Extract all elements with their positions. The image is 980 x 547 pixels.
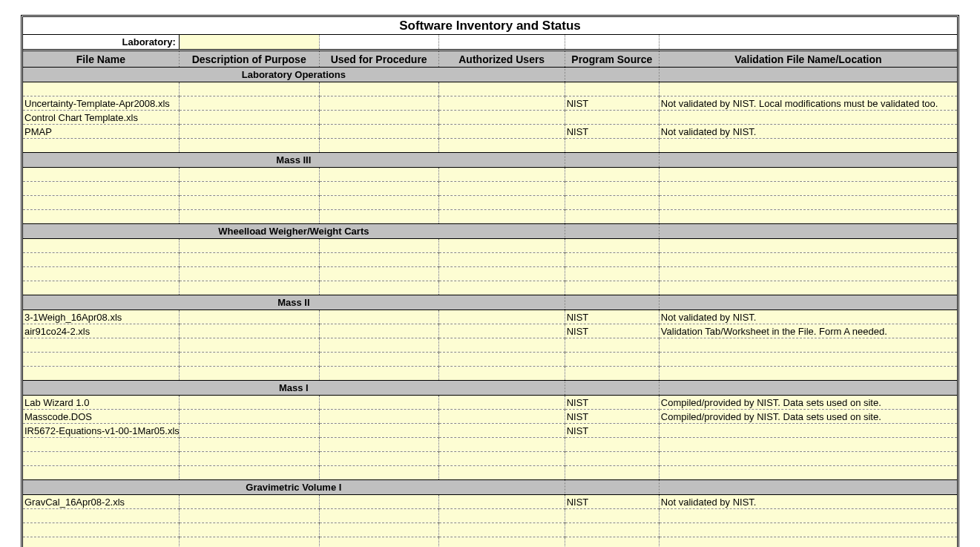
cell-source[interactable] [565, 338, 659, 353]
cell-procedure[interactable] [319, 396, 438, 410]
cell-description[interactable] [179, 367, 319, 381]
cell-procedure[interactable] [319, 324, 438, 338]
cell-validation[interactable]: Validation Tab/Worksheet in the File. Fo… [659, 324, 957, 338]
cell-users[interactable] [438, 452, 565, 466]
cell-description[interactable] [179, 182, 319, 196]
cell-validation[interactable] [659, 452, 957, 466]
cell-description[interactable] [179, 139, 319, 153]
cell-source[interactable]: NIST [565, 396, 659, 410]
cell-users[interactable] [438, 495, 565, 509]
cell-users[interactable] [438, 253, 565, 267]
cell-validation[interactable]: Not validated by NIST. [659, 125, 957, 139]
cell-file-name[interactable] [23, 82, 179, 96]
cell-file-name[interactable] [23, 338, 179, 353]
cell-validation[interactable] [659, 253, 957, 267]
cell-file-name[interactable] [23, 182, 179, 196]
cell-procedure[interactable] [319, 267, 438, 281]
cell-users[interactable] [438, 125, 565, 139]
cell-source[interactable] [565, 210, 659, 224]
cell-validation[interactable] [659, 509, 957, 523]
cell-validation[interactable] [659, 367, 957, 381]
cell-procedure[interactable] [319, 111, 438, 125]
cell-description[interactable] [179, 324, 319, 338]
cell-source[interactable] [565, 452, 659, 466]
cell-users[interactable] [438, 396, 565, 410]
cell-file-name[interactable] [23, 367, 179, 381]
cell-procedure[interactable] [319, 367, 438, 381]
cell-users[interactable] [438, 367, 565, 381]
cell-users[interactable] [438, 82, 565, 96]
cell-source[interactable] [565, 182, 659, 196]
cell-file-name[interactable]: Lab Wizard 1.0 [23, 396, 179, 410]
cell-source[interactable] [565, 281, 659, 295]
cell-source[interactable] [565, 367, 659, 381]
cell-procedure[interactable] [319, 168, 438, 182]
cell-file-name[interactable] [23, 239, 179, 253]
cell-procedure[interactable] [319, 281, 438, 295]
cell-validation[interactable] [659, 168, 957, 182]
cell-file-name[interactable]: Masscode.DOS [23, 410, 179, 424]
cell-users[interactable] [438, 96, 565, 111]
cell-procedure[interactable] [319, 438, 438, 452]
cell-users[interactable] [438, 168, 565, 182]
cell-procedure[interactable] [319, 96, 438, 111]
cell-file-name[interactable] [23, 537, 179, 548]
cell-validation[interactable]: Compiled/provided by NIST. Data sets use… [659, 410, 957, 424]
cell-source[interactable] [565, 253, 659, 267]
cell-users[interactable] [438, 139, 565, 153]
cell-validation[interactable] [659, 466, 957, 480]
cell-validation[interactable] [659, 338, 957, 353]
cell-validation[interactable]: Not validated by NIST. [659, 310, 957, 324]
cell-file-name[interactable] [23, 139, 179, 153]
cell-description[interactable] [179, 281, 319, 295]
cell-file-name[interactable] [23, 438, 179, 452]
cell-users[interactable] [438, 239, 565, 253]
cell-file-name[interactable]: Control Chart Template.xls [23, 111, 179, 125]
cell-procedure[interactable] [319, 82, 438, 96]
cell-description[interactable] [179, 111, 319, 125]
cell-source[interactable] [565, 267, 659, 281]
cell-description[interactable] [179, 338, 319, 353]
cell-users[interactable] [438, 410, 565, 424]
cell-description[interactable] [179, 396, 319, 410]
cell-description[interactable] [179, 96, 319, 111]
cell-validation[interactable] [659, 353, 957, 367]
cell-procedure[interactable] [319, 537, 438, 548]
cell-file-name[interactable] [23, 253, 179, 267]
cell-users[interactable] [438, 523, 565, 537]
cell-file-name[interactable] [23, 168, 179, 182]
cell-description[interactable] [179, 466, 319, 480]
cell-procedure[interactable] [319, 182, 438, 196]
cell-users[interactable] [438, 324, 565, 338]
cell-file-name[interactable]: GravCal_16Apr08-2.xls [23, 495, 179, 509]
cell-users[interactable] [438, 353, 565, 367]
cell-file-name[interactable] [23, 452, 179, 466]
cell-users[interactable] [438, 438, 565, 452]
cell-procedure[interactable] [319, 424, 438, 438]
cell-file-name[interactable] [23, 466, 179, 480]
cell-description[interactable] [179, 125, 319, 139]
cell-source[interactable] [565, 438, 659, 452]
cell-procedure[interactable] [319, 495, 438, 509]
cell-source[interactable]: NIST [565, 96, 659, 111]
cell-validation[interactable] [659, 239, 957, 253]
cell-validation[interactable] [659, 267, 957, 281]
cell-source[interactable]: NIST [565, 310, 659, 324]
cell-description[interactable] [179, 267, 319, 281]
cell-procedure[interactable] [319, 353, 438, 367]
cell-source[interactable]: NIST [565, 410, 659, 424]
cell-file-name[interactable]: IR5672-Equations-v1-00-1Mar05.xls [23, 424, 179, 438]
cell-source[interactable] [565, 196, 659, 210]
cell-description[interactable] [179, 82, 319, 96]
cell-users[interactable] [438, 537, 565, 548]
cell-source[interactable] [565, 239, 659, 253]
cell-file-name[interactable] [23, 353, 179, 367]
cell-validation[interactable]: Compiled/provided by NIST. Data sets use… [659, 396, 957, 410]
cell-file-name[interactable]: PMAP [23, 125, 179, 139]
cell-users[interactable] [438, 338, 565, 353]
cell-validation[interactable] [659, 438, 957, 452]
cell-validation[interactable] [659, 537, 957, 548]
cell-source[interactable] [565, 82, 659, 96]
cell-file-name[interactable] [23, 281, 179, 295]
cell-source[interactable]: NIST [565, 495, 659, 509]
